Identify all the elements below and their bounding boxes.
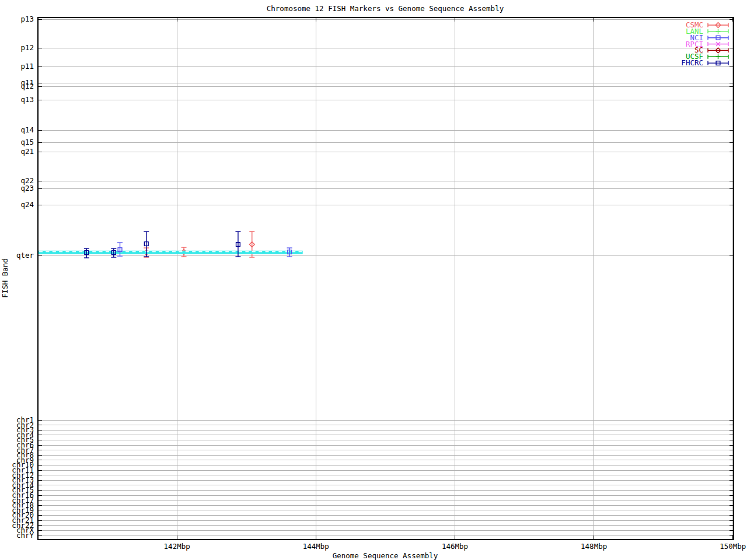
- legend: CSMCLANLNCIRPCISCUCSFFHCRC: [681, 20, 728, 67]
- x-tick-label: 148Mbp: [581, 542, 607, 551]
- x-tick-label: 142Mbp: [164, 542, 190, 551]
- x-tick-label: 146Mbp: [442, 542, 468, 551]
- x-tick-label: 150Mbp: [720, 542, 746, 551]
- y-tick-label: qter: [16, 251, 34, 260]
- legend-entry-RPCI: RPCI: [686, 40, 728, 48]
- y-tick-label: p13: [20, 15, 34, 23]
- x-axis-label: Genome Sequence Assembly: [333, 551, 438, 560]
- series-NCI: [117, 243, 292, 257]
- y-tick-label: p11: [20, 62, 34, 71]
- legend-entry-FHCRC: FHCRC: [681, 58, 728, 67]
- axis-ticks: [38, 18, 734, 540]
- y-tick-label: q13: [20, 95, 34, 104]
- chart-title: Chromosome 12 FISH Markers vs Genome Seq…: [267, 4, 504, 13]
- y-tick-label: q21: [20, 147, 34, 156]
- legend-label: FHCRC: [681, 58, 703, 67]
- x-tick-label: 144Mbp: [303, 542, 329, 551]
- y-axis-label: FISH Band: [1, 258, 9, 298]
- border-rect: [38, 18, 734, 540]
- y-tick-label: chrY: [16, 531, 34, 540]
- y-tick-label: q15: [20, 138, 34, 146]
- y-tick-label: q12: [20, 82, 34, 90]
- gridlines: [38, 18, 734, 540]
- fish-markers-chart: 142Mbp144Mbp146Mbp148Mbp150Mbpp13p12p11q…: [0, 0, 747, 560]
- y-tick-label: q24: [20, 200, 34, 209]
- y-tick-label: p12: [20, 43, 34, 52]
- plot-border: [38, 18, 734, 540]
- y-tick-label: q14: [20, 125, 34, 134]
- y-tick-label: q23: [20, 184, 34, 192]
- assembly-track: [38, 251, 303, 252]
- plot-canvas: 142Mbp144Mbp146Mbp148Mbp150Mbpp13p12p11q…: [0, 0, 747, 560]
